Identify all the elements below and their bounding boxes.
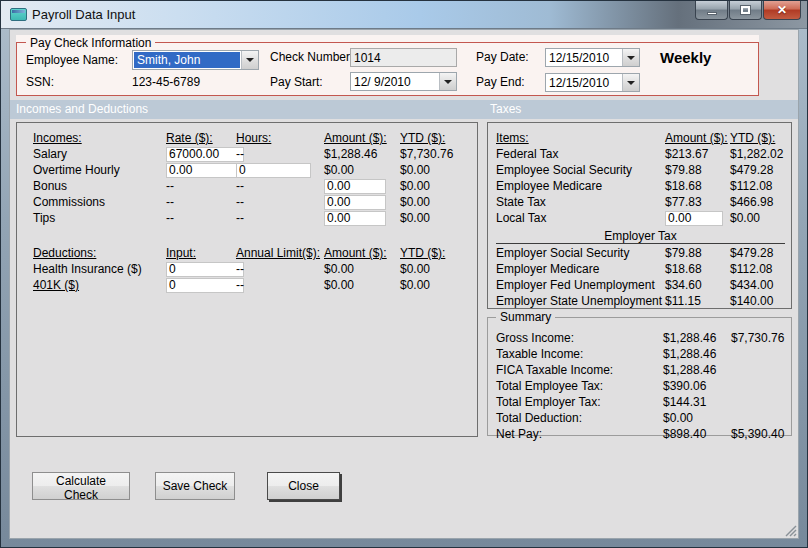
- deduction-annual-limit: --: [236, 278, 324, 292]
- tax-row-employer-state-unemployment: Employer State Unemployment $11.15 $140.…: [496, 293, 785, 309]
- tax-amount: $79.88: [665, 163, 730, 177]
- salary-rate-input[interactable]: [166, 147, 244, 162]
- maximize-button[interactable]: [729, 1, 762, 20]
- tax-name: State Tax: [496, 195, 665, 209]
- section-band: Incomes and Deductions Taxes: [10, 100, 798, 119]
- tips-amount-input[interactable]: [324, 211, 386, 226]
- tax-amount: $18.68: [665, 262, 730, 276]
- check-number-label: Check Number:: [270, 50, 353, 64]
- employer-tax-divider: Employer Tax: [496, 230, 785, 244]
- 401k-input[interactable]: [166, 278, 244, 293]
- minimize-icon: [707, 12, 717, 15]
- employee-name-dropdown-button[interactable]: [241, 51, 258, 69]
- summary-row-total-deduction: Total Deduction: $0.00: [496, 410, 787, 426]
- income-name: Overtime Hourly: [33, 163, 166, 177]
- input-col-header: Input:: [166, 246, 236, 260]
- summary-label: Total Deduction:: [496, 411, 663, 425]
- incomes-deductions-panel: Incomes: Rate ($): Hours: Amount ($): YT…: [16, 122, 478, 437]
- income-hours: --: [236, 179, 324, 193]
- tax-row-federal: Federal Tax $213.67 $1,282.02: [496, 146, 785, 162]
- income-amount: $0.00: [324, 163, 400, 177]
- tax-ytd: $434.00: [730, 278, 785, 292]
- deductions-header-row: Deductions: Input: Annual Limit($): Amou…: [33, 245, 477, 261]
- overtime-hours-input[interactable]: [236, 163, 311, 178]
- paycheck-info-group: Pay Check Information Employee Name: Smi…: [16, 35, 759, 96]
- employee-name-value: Smith, John: [134, 52, 240, 68]
- tax-name: Employer State Unemployment: [496, 294, 665, 308]
- summary-amount: $1,288.46: [663, 347, 731, 361]
- deductions-block: Deductions: Input: Annual Limit($): Amou…: [33, 245, 477, 293]
- health-insurance-input[interactable]: [166, 262, 244, 277]
- local-tax-input[interactable]: [665, 211, 723, 226]
- amount-col-header: Amount ($):: [324, 131, 400, 145]
- income-row-tips: Tips -- -- $0.00: [33, 210, 477, 226]
- income-name: Tips: [33, 211, 166, 225]
- window-controls: ✕: [694, 1, 801, 20]
- pay-start-picker[interactable]: 12/ 9/2010: [350, 72, 457, 91]
- pay-end-picker[interactable]: 12/15/2010: [545, 73, 640, 92]
- tax-name: Federal Tax: [496, 147, 665, 161]
- tax-name: Employee Social Security: [496, 163, 665, 177]
- app-icon: [10, 8, 27, 21]
- summary-label: Total Employee Tax:: [496, 379, 663, 393]
- employee-name-combo[interactable]: Smith, John: [132, 50, 259, 70]
- summary-legend: Summary: [496, 310, 555, 324]
- chevron-down-icon: [246, 58, 254, 62]
- summary-label: Taxable Income:: [496, 347, 663, 361]
- pay-date-picker[interactable]: 12/15/2010: [545, 48, 640, 67]
- title-bar[interactable]: Payroll Data Input ✕: [1, 1, 807, 29]
- chevron-down-icon: [444, 80, 452, 84]
- minimize-button[interactable]: [695, 1, 728, 20]
- deductions-col-header: Deductions:: [33, 246, 166, 260]
- summary-label: Gross Income:: [496, 331, 663, 345]
- check-number-input[interactable]: [350, 48, 457, 67]
- hours-col-header: Hours:: [236, 131, 324, 145]
- bonus-amount-input[interactable]: [324, 179, 386, 194]
- tax-name: Employer Medicare: [496, 262, 665, 276]
- ytd-col-header: YTD ($):: [400, 131, 477, 145]
- amount-col-header: Amount ($):: [665, 131, 730, 145]
- tax-amount: $34.60: [665, 278, 730, 292]
- close-window-button[interactable]: ✕: [763, 1, 801, 20]
- tax-amount: $18.68: [665, 179, 730, 193]
- tax-row-state: State Tax $77.83 $466.98: [496, 194, 785, 210]
- deduction-annual-limit: --: [236, 262, 324, 276]
- deduction-401k-link[interactable]: 401K ($): [33, 278, 166, 292]
- save-check-button[interactable]: Save Check: [155, 472, 235, 500]
- pay-start-dropdown-button[interactable]: [439, 73, 456, 90]
- overtime-rate-input[interactable]: [166, 163, 244, 178]
- commissions-amount-input[interactable]: [324, 195, 386, 210]
- pay-start-value: 12/ 9/2010: [351, 73, 439, 90]
- summary-ytd: $5,390.40: [731, 427, 787, 441]
- calculate-check-button[interactable]: Calculate Check: [32, 472, 130, 500]
- resize-grip[interactable]: [783, 523, 797, 537]
- pay-end-dropdown-button[interactable]: [622, 74, 639, 91]
- ssn-value: 123-45-6789: [132, 75, 200, 89]
- deduction-amount: $0.00: [324, 278, 400, 292]
- close-button[interactable]: Close: [267, 472, 340, 500]
- tax-row-local: Local Tax $0.00: [496, 210, 785, 226]
- pay-end-label: Pay End:: [476, 75, 525, 89]
- incomes-col-header: Incomes:: [33, 131, 166, 145]
- tax-name: Employer Social Security: [496, 246, 665, 260]
- summary-amount: $1,288.46: [663, 363, 731, 377]
- employee-name-label: Employee Name:: [26, 53, 118, 67]
- income-name: Bonus: [33, 179, 166, 193]
- summary-row-gross: Gross Income: $1,288.46 $7,730.76: [496, 330, 787, 346]
- tax-row-employer-social-security: Employer Social Security $79.88 $479.28: [496, 245, 785, 261]
- tax-amount: $79.88: [665, 246, 730, 260]
- deduction-name: Health Insurance ($): [33, 262, 166, 276]
- form-client-area: Pay Check Information Employee Name: Smi…: [9, 29, 799, 539]
- deduction-amount: $0.00: [324, 262, 400, 276]
- income-row-commissions: Commissions -- -- $0.00: [33, 194, 477, 210]
- incomes-deductions-section-title: Incomes and Deductions: [16, 100, 148, 119]
- pay-end-value: 12/15/2010: [546, 74, 622, 91]
- income-name: Commissions: [33, 195, 166, 209]
- deduction-row-health-insurance: Health Insurance ($) -- $0.00 $0.00: [33, 261, 477, 277]
- taxes-header-row: Items: Amount ($): YTD ($):: [496, 130, 785, 146]
- tax-name: Local Tax: [496, 211, 665, 225]
- pay-date-label: Pay Date:: [476, 50, 529, 64]
- pay-date-dropdown-button[interactable]: [622, 49, 639, 66]
- pay-start-label: Pay Start:: [270, 75, 323, 89]
- summary-row-taxable: Taxable Income: $1,288.46: [496, 346, 787, 362]
